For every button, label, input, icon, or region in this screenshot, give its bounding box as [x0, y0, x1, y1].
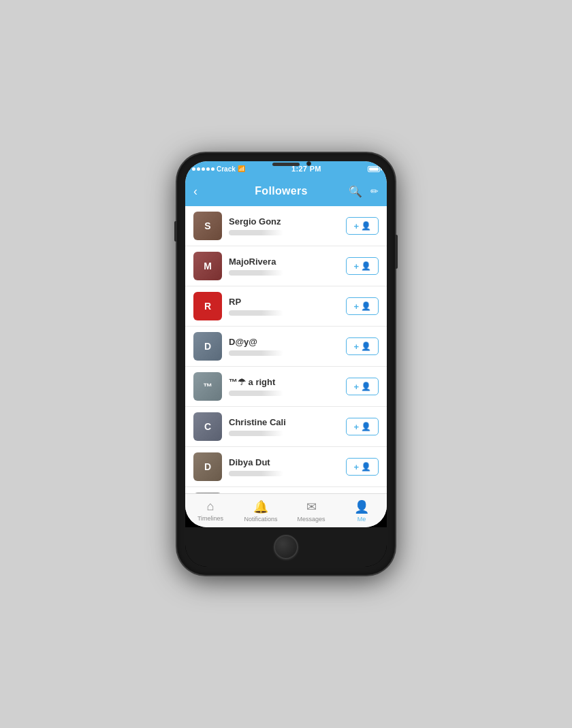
follow-person-icon: 👤 [361, 342, 371, 351]
follower-info-daya: D@y@ [222, 337, 346, 356]
follower-name-rp: RP [229, 297, 339, 308]
follower-handle-rp [229, 310, 283, 316]
status-right [368, 166, 380, 172]
follower-name-christine: Christine Cali [229, 417, 339, 429]
follower-name-majo: MajoRivera [229, 257, 339, 268]
follow-button-sergio[interactable]: + 👤 [346, 217, 379, 235]
follow-button-majo[interactable]: + 👤 [346, 257, 379, 275]
avatar-right: ™ [193, 372, 222, 401]
back-button[interactable]: ‹ [193, 184, 214, 199]
tab-notifications[interactable]: 🔔 Notifications [236, 499, 286, 523]
phone-speaker [272, 163, 300, 166]
wifi-icon: 📶 [238, 165, 245, 172]
follow-plus-icon: + [353, 342, 359, 351]
tab-me[interactable]: 👤 Me [336, 499, 387, 523]
follower-item-rp[interactable]: R RP + 👤 [185, 286, 387, 327]
signal-dot-5 [211, 167, 214, 171]
tab-timelines[interactable]: ⌂ Timelines [185, 499, 236, 522]
tab-label-messages: Messages [297, 516, 325, 523]
nav-actions: 🔍 ✏ [349, 185, 379, 198]
search-icon[interactable]: 🔍 [349, 185, 362, 198]
follower-item-daya[interactable]: D D@y@ + 👤 [185, 327, 387, 367]
follower-name-sergio: Sergio Gonz [229, 216, 339, 228]
follower-handle-christine [229, 431, 283, 436]
follower-info-dibya: Dibya Dut [222, 457, 346, 476]
signal-dot-4 [206, 167, 210, 171]
follow-button-rp[interactable]: + 👤 [346, 297, 379, 315]
follower-item-christine[interactable]: C Christine Cali + 👤 [185, 407, 387, 447]
follow-button-right[interactable]: + 👤 [346, 378, 379, 395]
signal-dot-2 [197, 167, 200, 171]
follow-person-icon: 👤 [361, 462, 371, 471]
follower-handle-daya [229, 350, 283, 356]
follow-person-icon: 👤 [361, 301, 371, 311]
follower-item-majo[interactable]: M MajoRivera + 👤 [185, 246, 387, 286]
follower-item-right[interactable]: ™ ™☂ a right + 👤 [185, 367, 387, 407]
follower-item-cristina[interactable]: C Cristina Fern + 👤 [185, 487, 387, 493]
home-button-area [185, 527, 387, 567]
tab-messages[interactable]: ✉ Messages [286, 499, 336, 523]
follower-info-majo: MajoRivera [222, 257, 346, 276]
tab-label-notifications: Notifications [244, 516, 277, 523]
avatar-dibya: D [193, 452, 222, 481]
follow-plus-icon: + [353, 302, 359, 311]
follow-person-icon: 👤 [361, 261, 371, 271]
follower-name-dibya: Dibya Dut [229, 457, 339, 469]
nav-title: Followers [255, 185, 307, 197]
follower-info-christine: Christine Cali [222, 417, 346, 436]
tab-bar: ⌂ Timelines 🔔 Notifications ✉ Messages 👤… [185, 493, 387, 527]
avatar-rp: R [193, 292, 222, 320]
follow-person-icon: 👤 [361, 382, 371, 391]
signal-dot-3 [202, 167, 205, 171]
tab-icon-me: 👤 [354, 499, 369, 514]
screen: Crack 📶 1:27 PM ‹ Followers 🔍 ✏ [185, 161, 387, 527]
avatar-majo: M [193, 252, 222, 280]
follower-handle-majo [229, 270, 283, 276]
nav-bar: ‹ Followers 🔍 ✏ [185, 176, 387, 206]
follow-plus-icon: + [353, 382, 359, 391]
tab-icon-timelines: ⌂ [207, 499, 214, 514]
follower-name-right: ™☂ a right [229, 377, 339, 388]
signal-dot-1 [192, 167, 195, 171]
compose-icon[interactable]: ✏ [370, 186, 379, 197]
follow-person-icon: 👤 [361, 422, 371, 431]
follower-list: S Sergio Gonz + 👤 M MajoRivera + 👤 R RP … [185, 206, 387, 493]
carrier-name: Crack [217, 165, 236, 173]
phone-device: Crack 📶 1:27 PM ‹ Followers 🔍 ✏ [177, 153, 395, 575]
follow-plus-icon: + [353, 463, 359, 471]
follow-button-daya[interactable]: + 👤 [346, 337, 379, 355]
follow-button-christine[interactable]: + 👤 [346, 418, 379, 435]
phone-camera [306, 161, 311, 166]
signal-dots [192, 167, 214, 171]
status-left: Crack 📶 [192, 165, 245, 173]
follower-info-sergio: Sergio Gonz [222, 216, 346, 235]
battery-icon [368, 166, 380, 172]
follower-item-dibya[interactable]: D Dibya Dut + 👤 [185, 447, 387, 487]
follower-handle-dibya [229, 471, 283, 476]
tab-label-me: Me [358, 516, 366, 523]
tab-icon-messages: ✉ [306, 499, 317, 514]
follow-button-dibya[interactable]: + 👤 [346, 458, 379, 476]
home-button[interactable] [274, 535, 298, 559]
follower-name-daya: D@y@ [229, 337, 339, 348]
follower-handle-sergio [229, 230, 283, 235]
follow-person-icon: 👤 [361, 221, 371, 231]
follow-plus-icon: + [353, 423, 359, 431]
follower-info-right: ™☂ a right [222, 377, 346, 396]
follow-plus-icon: + [353, 262, 359, 271]
battery-fill [369, 167, 379, 171]
avatar-sergio: S [193, 212, 222, 240]
follow-plus-icon: + [353, 222, 359, 231]
tab-label-timelines: Timelines [197, 515, 223, 522]
follower-info-rp: RP [222, 297, 346, 316]
avatar-daya: D [193, 332, 222, 361]
phone-inner: Crack 📶 1:27 PM ‹ Followers 🔍 ✏ [185, 161, 387, 567]
tab-icon-notifications: 🔔 [253, 499, 268, 514]
follower-handle-right [229, 391, 283, 396]
follower-item-sergio[interactable]: S Sergio Gonz + 👤 [185, 206, 387, 246]
avatar-christine: C [193, 412, 222, 441]
